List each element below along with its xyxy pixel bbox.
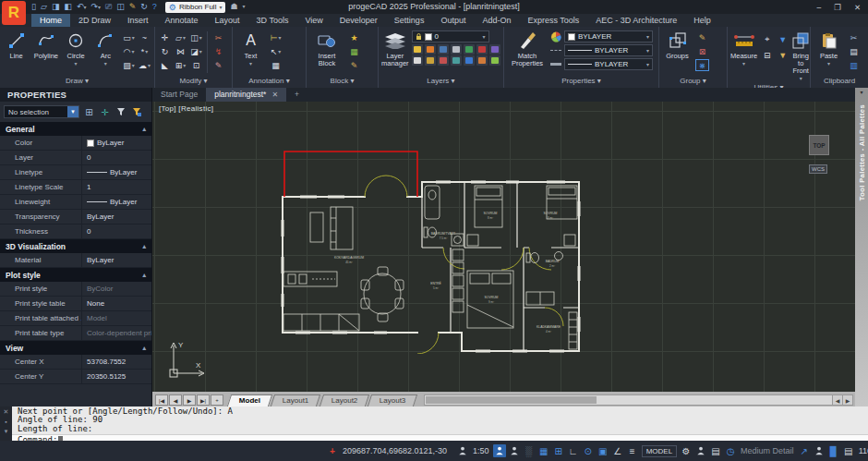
menu-tab-2d-draw[interactable]: 2D Draw xyxy=(70,14,119,27)
group-select-icon[interactable]: ⋇ xyxy=(695,59,709,71)
qat-overflow-icon[interactable]: ▾ xyxy=(243,0,246,14)
selection-cycling-icon[interactable] xyxy=(813,444,826,457)
layout-tab-layout1[interactable]: Layout1 xyxy=(271,394,321,406)
layer-tool-icon-14[interactable] xyxy=(489,55,500,66)
lineweight-select[interactable]: BYLAYER▾ xyxy=(564,58,653,70)
layer-tool-icon-7[interactable] xyxy=(489,44,500,55)
lineweight-icon[interactable]: ≡ xyxy=(626,444,639,457)
menu-tab-insert[interactable]: Insert xyxy=(119,14,157,27)
section-header-plot-style[interactable]: Plot style▴ xyxy=(0,268,151,282)
view-cube[interactable]: TOP xyxy=(809,135,829,155)
bring-to-front-button[interactable]: Bring to Front▾ xyxy=(792,29,809,82)
menu-tab-layout[interactable]: Layout xyxy=(207,14,248,27)
layer-tool-icon-11[interactable] xyxy=(451,55,462,66)
property-value[interactable]: Color-dependent pri... xyxy=(81,326,151,340)
crosshair-icon[interactable]: + xyxy=(326,444,339,457)
dimension-icon[interactable]: ⊢▾ xyxy=(269,31,283,43)
select-objects-icon[interactable]: ✛ xyxy=(99,106,111,118)
scale-icon[interactable]: ◣ xyxy=(158,59,172,71)
layer-tool-icon-10[interactable] xyxy=(438,55,449,66)
first-tab-button[interactable]: |◀ xyxy=(155,394,168,406)
layout-tab-layout2[interactable]: Layout2 xyxy=(319,394,369,406)
layer-tool-icon-9[interactable] xyxy=(425,55,436,66)
annotation-panel-label[interactable]: Annotation ▾ xyxy=(233,76,306,88)
save-icon[interactable]: ◨ xyxy=(52,0,60,14)
ellipse-icon[interactable]: ◠▾ xyxy=(122,45,136,57)
collapse-icon[interactable]: ▴ xyxy=(142,243,146,250)
menu-tab-settings[interactable]: Settings xyxy=(386,14,433,27)
rectangle-icon[interactable]: ▭▾ xyxy=(122,31,136,43)
groups-button[interactable]: Groups xyxy=(662,29,693,60)
copy-icon[interactable]: ▱▾ xyxy=(174,31,187,43)
section-header-view[interactable]: View▴ xyxy=(0,341,151,355)
polyline-button[interactable]: Polyline xyxy=(32,29,59,60)
rotate-icon[interactable]: ↻ xyxy=(158,45,172,57)
block-star-icon[interactable]: ★ xyxy=(347,31,361,43)
quick-calc-icon[interactable]: ⊟ xyxy=(760,49,774,61)
snap-icon[interactable]: ⊞ xyxy=(552,444,565,457)
layer-tool-icon-1[interactable] xyxy=(412,44,423,55)
close-tab-icon[interactable]: ✕ xyxy=(271,91,278,99)
grid-icon[interactable]: ▦ xyxy=(537,444,550,457)
list-view-icon[interactable]: ▤ xyxy=(842,444,855,457)
graphics-boost-icon[interactable]: ↗ xyxy=(798,444,811,457)
arc-button[interactable]: Arc▾ xyxy=(92,29,119,67)
filter-settings-icon[interactable] xyxy=(130,106,142,118)
insert-block-button[interactable]: Insert Block xyxy=(309,29,344,67)
circle-button[interactable]: Circle▾ xyxy=(63,29,90,67)
layer-select[interactable]: 0 ▾ xyxy=(412,30,489,42)
model-canvas[interactable]: [Top] [Realistic] TOP WCS xyxy=(152,102,855,392)
section-header-general[interactable]: General▴ xyxy=(0,122,151,136)
fillet-icon[interactable]: ◪▾ xyxy=(189,45,203,57)
scrollbar-thumb[interactable] xyxy=(426,396,597,404)
tab-drawing[interactable]: planritningtest*✕ xyxy=(206,88,286,102)
menu-tab-add-on[interactable]: Add-On xyxy=(474,14,519,27)
workspace-icon[interactable]: ☗ xyxy=(230,0,237,14)
layout-tab-layout3[interactable]: Layout3 xyxy=(368,394,418,406)
edit-icon[interactable]: ✎ xyxy=(211,59,225,71)
ribbon-mode-select[interactable]: ⚙ Ribbon Full ▾ xyxy=(165,2,226,13)
selection-select[interactable]: No selection ▼ xyxy=(4,105,79,118)
menu-tab-output[interactable]: Output xyxy=(432,14,474,27)
match-properties-button[interactable]: Match Properties xyxy=(507,29,548,67)
anchor-icon[interactable]: ▪ xyxy=(5,419,6,425)
annotation-scale-icon[interactable] xyxy=(456,444,469,457)
filter-icon[interactable]: ▼ xyxy=(776,49,790,61)
tool-palettes-bar[interactable]: ▾ Tool Palettes - All Palettes xyxy=(855,88,868,406)
help-icon[interactable]: ? xyxy=(152,0,157,14)
section-header-3d-visualization[interactable]: 3D Visualization▴ xyxy=(0,239,151,253)
collapse-icon[interactable]: ▴ xyxy=(142,272,146,279)
etrack-icon[interactable]: ∠ xyxy=(611,444,624,457)
property-value[interactable]: 20350.5125 xyxy=(81,370,151,383)
scroll-right-icon[interactable]: ▶ xyxy=(842,395,852,405)
property-value[interactable]: ByLayer xyxy=(81,136,151,150)
menu-tab-help[interactable]: Help xyxy=(685,14,719,27)
move-icon[interactable]: ✛ xyxy=(158,31,172,43)
menu-tab-home[interactable]: Home xyxy=(31,14,70,27)
preview-icon[interactable]: ◫ xyxy=(116,0,125,14)
ungroup-icon[interactable]: ⊠ xyxy=(695,45,709,57)
measure-button[interactable]: Measure▾ xyxy=(730,29,757,67)
wcs-badge[interactable]: WCS xyxy=(809,164,827,174)
hatch-icon[interactable]: ▨▾ xyxy=(122,59,136,71)
mirror-icon[interactable]: ⋈ xyxy=(174,45,187,57)
next-tab-button[interactable]: ▶ xyxy=(183,394,196,406)
layers-panel-label[interactable]: Layers ▾ xyxy=(379,76,503,88)
print-icon[interactable]: ⎚ xyxy=(105,0,112,14)
close-button[interactable]: ✕ xyxy=(854,3,861,12)
save-as-icon[interactable]: ◧ xyxy=(64,0,72,14)
viewport-label[interactable]: [Top] [Realistic] xyxy=(159,104,213,113)
property-value[interactable]: ByLayer xyxy=(81,165,151,179)
menu-tab-aec-3d-architecture[interactable]: AEC - 3D Architecture xyxy=(587,14,685,27)
block-panel-label[interactable]: Block ▾ xyxy=(307,76,378,88)
pick-add-icon[interactable]: ⊞ xyxy=(83,106,95,118)
close-command-icon[interactable]: ✕ xyxy=(4,408,9,416)
collapse-icon[interactable]: ▴ xyxy=(142,345,146,352)
new-tab-button[interactable]: + xyxy=(286,88,307,102)
copy-nested-icon[interactable]: ▤ xyxy=(709,444,722,457)
draw-panel-label[interactable]: Draw ▾ xyxy=(0,76,154,88)
polar-icon[interactable]: ⊙ xyxy=(582,444,595,457)
layer-tool-icon-12[interactable] xyxy=(464,55,475,66)
redo-icon[interactable]: ↷▾ xyxy=(90,0,101,15)
layer-manager-button[interactable]: Layer manager xyxy=(381,29,409,67)
